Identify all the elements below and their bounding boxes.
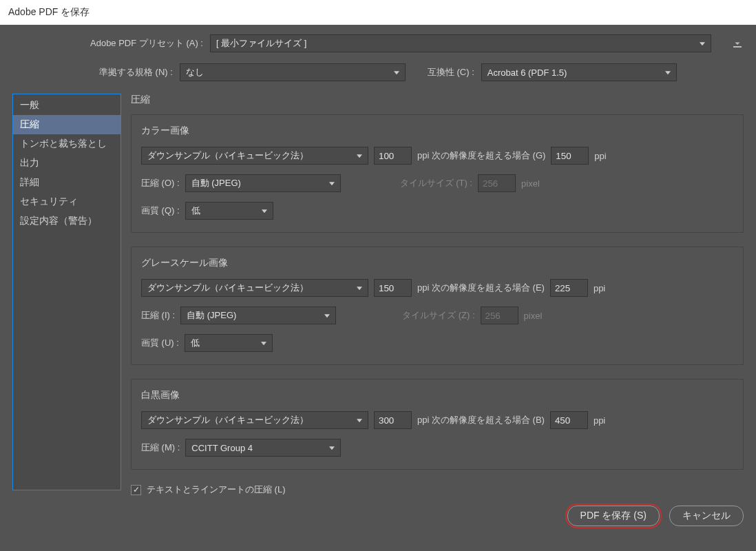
window-titlebar: Adobe PDF を保存 xyxy=(0,0,756,25)
gray-downsample-select[interactable]: ダウンサンプル（バイキュービック法） xyxy=(141,279,368,297)
color-downsample-select[interactable]: ダウンサンプル（バイキュービック法） xyxy=(141,147,368,165)
color-images-section: カラー画像 ダウンサンプル（バイキュービック法） ppi 次の解像度を超える場合… xyxy=(131,114,744,233)
sidebar-item-summary[interactable]: 設定内容（警告） xyxy=(13,211,120,231)
gray-tile-label: タイルサイズ (Z) : xyxy=(402,309,474,322)
compat-select[interactable]: Acrobat 6 (PDF 1.5) xyxy=(481,63,677,81)
ppi-unit: ppi xyxy=(594,283,605,293)
color-above-ppi[interactable] xyxy=(551,147,589,165)
pixel-unit: pixel xyxy=(524,311,543,321)
grayscale-images-section: グレースケール画像 ダウンサンプル（バイキュービック法） ppi 次の解像度を超… xyxy=(131,247,744,365)
gray-compress-select[interactable]: 自動 (JPEG) xyxy=(180,306,336,324)
color-quality-label: 画質 (Q) : xyxy=(141,205,180,217)
page-title: 圧縮 xyxy=(131,94,744,106)
sidebar-item-compression[interactable]: 圧縮 xyxy=(13,115,120,134)
download-icon[interactable] xyxy=(731,37,744,50)
mono-above-ppi[interactable] xyxy=(550,411,588,429)
gray-above-ppi[interactable] xyxy=(550,279,588,297)
mono-downsample-select[interactable]: ダウンサンプル（バイキュービック法） xyxy=(141,411,368,429)
color-above-label: ppi 次の解像度を超える場合 (G) xyxy=(417,149,545,162)
mono-above-label: ppi 次の解像度を超える場合 (B) xyxy=(417,414,545,426)
standard-select[interactable]: なし xyxy=(180,63,406,81)
sidebar-item-security[interactable]: セキュリティ xyxy=(13,192,120,211)
sidebar-item-marks[interactable]: トンボと裁ち落とし xyxy=(13,134,120,154)
sidebar-item-advanced[interactable]: 詳細 xyxy=(13,173,120,192)
preset-select[interactable]: [ 最小ファイルサイズ ] xyxy=(210,34,711,52)
mono-images-title: 白黒画像 xyxy=(141,389,733,402)
gray-tile-input xyxy=(481,306,518,324)
mono-images-section: 白黒画像 ダウンサンプル（バイキュービック法） ppi 次の解像度を超える場合 … xyxy=(131,379,744,470)
save-pdf-button[interactable]: PDF を保存 (S) xyxy=(567,506,660,526)
ppi-unit: ppi xyxy=(594,415,605,426)
sidebar-item-general[interactable]: 一般 xyxy=(13,96,120,115)
preset-label: Adobe PDF プリセット (A) : xyxy=(90,37,203,50)
cancel-button[interactable]: キャンセル xyxy=(669,506,744,526)
window-title: Adobe PDF を保存 xyxy=(8,6,90,19)
grayscale-images-title: グレースケール画像 xyxy=(141,257,733,269)
color-images-title: カラー画像 xyxy=(141,125,733,137)
color-downsample-ppi[interactable] xyxy=(374,147,412,165)
ppi-unit: ppi xyxy=(594,151,606,161)
color-tile-input xyxy=(478,174,516,192)
color-compress-select[interactable]: 自動 (JPEG) xyxy=(185,174,341,192)
standard-label: 準拠する規格 (N) : xyxy=(99,66,173,79)
pixel-unit: pixel xyxy=(521,178,540,189)
color-quality-select[interactable]: 低 xyxy=(185,202,273,220)
sidebar: 一般 圧縮 トンボと裁ち落とし 出力 詳細 セキュリティ 設定内容（警告） xyxy=(12,94,121,490)
mono-compress-select[interactable]: CCITT Group 4 xyxy=(185,439,341,457)
gray-quality-select[interactable]: 低 xyxy=(185,334,273,352)
text-compress-label: テキストとラインアートの圧縮 (L) xyxy=(147,484,286,496)
text-compress-checkbox[interactable] xyxy=(131,485,141,495)
sidebar-item-output[interactable]: 出力 xyxy=(13,154,120,173)
color-compress-label: 圧縮 (O) : xyxy=(141,177,180,189)
gray-above-label: ppi 次の解像度を超える場合 (E) xyxy=(417,282,545,294)
gray-compress-label: 圧縮 (I) : xyxy=(141,309,175,322)
compat-label: 互換性 (C) : xyxy=(428,66,474,79)
gray-quality-label: 画質 (U) : xyxy=(141,337,179,349)
mono-downsample-ppi[interactable] xyxy=(374,411,412,429)
gray-downsample-ppi[interactable] xyxy=(374,279,412,297)
color-tile-label: タイルサイズ (T) : xyxy=(400,177,472,189)
mono-compress-label: 圧縮 (M) : xyxy=(141,441,180,454)
